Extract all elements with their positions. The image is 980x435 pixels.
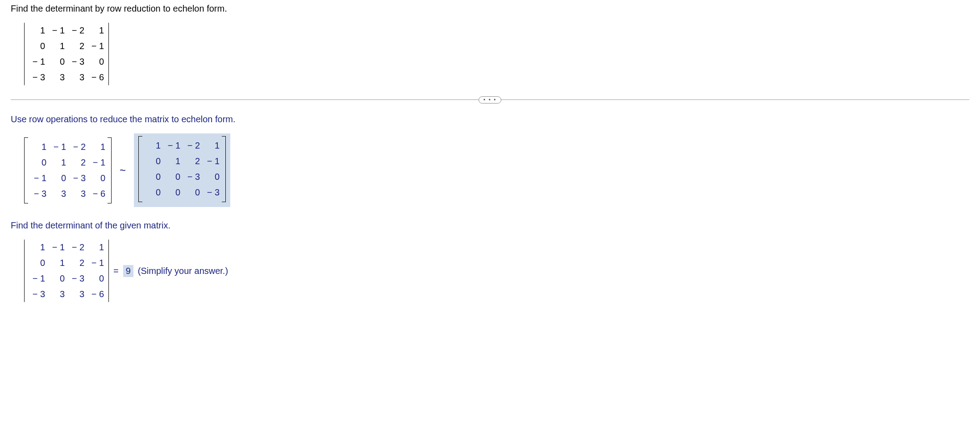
- matrix-cell: − 2: [68, 139, 87, 155]
- matrix-cell: − 3: [25, 70, 47, 85]
- matrix-cell: 3: [47, 286, 66, 302]
- matrix-cell: − 1: [87, 155, 107, 170]
- matrix-cell: 2: [66, 38, 86, 54]
- matrix-cell: 1: [162, 153, 182, 169]
- step1-answer-matrix[interactable]: 1 − 1 − 2 1 0 1 2 − 1 0: [134, 133, 230, 207]
- step1-matrix-left: 1 − 1 − 2 1 0 1 2 − 1 − 1 0 − 3: [24, 137, 112, 203]
- step2-determinant: 1 − 1 − 2 1 0 1 2 − 1 − 1 0 − 3: [24, 240, 109, 302]
- matrix-cell: − 3: [182, 169, 202, 185]
- matrix-cell: − 1: [48, 139, 68, 155]
- matrix-cell: 0: [143, 153, 162, 169]
- matrix-cell: − 3: [66, 54, 86, 70]
- matrix-cell: − 6: [87, 186, 107, 202]
- matrix-cell: − 3: [66, 271, 86, 286]
- step2-prompt: Find the determinant of the given matrix…: [11, 220, 969, 231]
- matrix-cell: − 3: [25, 286, 47, 302]
- matrix-cell: 3: [68, 186, 87, 202]
- matrix-cell: 0: [47, 54, 66, 70]
- matrix-cell: 0: [143, 185, 162, 200]
- matrix-cell: 2: [182, 153, 202, 169]
- matrix-cell: 1: [47, 38, 66, 54]
- matrix-cell: 0: [202, 169, 221, 185]
- matrix-cell: 2: [66, 255, 86, 271]
- equals-sign: =: [113, 266, 119, 276]
- matrix-cell: 1: [86, 240, 109, 255]
- matrix-cell: − 6: [86, 286, 109, 302]
- matrix-cell: 1: [86, 23, 109, 38]
- matrix-cell: 1: [47, 255, 66, 271]
- matrix-cell: − 1: [162, 138, 182, 153]
- matrix-cell: 3: [47, 70, 66, 85]
- matrix-cell: − 3: [202, 185, 221, 200]
- determinant-answer[interactable]: 9: [123, 265, 133, 277]
- matrix-cell: 0: [25, 255, 47, 271]
- matrix-cell: 0: [25, 38, 47, 54]
- matrix-cell: − 2: [66, 240, 86, 255]
- question-prompt: Find the determinant by row reduction to…: [11, 4, 969, 14]
- matrix-cell: 3: [66, 286, 86, 302]
- matrix-cell: 0: [182, 185, 202, 200]
- matrix-cell: 3: [48, 186, 68, 202]
- matrix-cell: − 1: [202, 153, 221, 169]
- matrix-cell: 0: [29, 155, 48, 170]
- matrix-cell: 1: [202, 138, 221, 153]
- matrix-cell: 0: [143, 169, 162, 185]
- matrix-cell: 0: [86, 54, 109, 70]
- question-determinant: 1 − 1 − 2 1 0 1 2 − 1 − 1 0 − 3 0 − 3 3 …: [24, 23, 109, 85]
- matrix-cell: 1: [143, 138, 162, 153]
- matrix-cell: − 1: [25, 54, 47, 70]
- matrix-cell: 1: [25, 240, 47, 255]
- matrix-cell: 0: [87, 170, 107, 186]
- matrix-cell: 3: [66, 70, 86, 85]
- matrix-cell: 1: [87, 139, 107, 155]
- matrix-cell: − 3: [68, 170, 87, 186]
- matrix-cell: − 1: [86, 38, 109, 54]
- matrix-cell: − 6: [86, 70, 109, 85]
- tilde-symbol: ~: [118, 164, 128, 177]
- matrix-cell: 2: [68, 155, 87, 170]
- matrix-cell: 1: [48, 155, 68, 170]
- matrix-cell: − 2: [66, 23, 86, 38]
- step1-prompt: Use row operations to reduce the matrix …: [11, 114, 969, 124]
- matrix-cell: 0: [47, 271, 66, 286]
- matrix-cell: 0: [86, 271, 109, 286]
- matrix-cell: − 1: [47, 240, 66, 255]
- matrix-cell: 1: [29, 139, 48, 155]
- matrix-cell: − 1: [86, 255, 109, 271]
- matrix-cell: 0: [48, 170, 68, 186]
- matrix-cell: 0: [162, 185, 182, 200]
- matrix-cell: − 1: [25, 271, 47, 286]
- matrix-cell: − 1: [47, 23, 66, 38]
- matrix-cell: 0: [162, 169, 182, 185]
- matrix-cell: − 2: [182, 138, 202, 153]
- answer-hint: (Simplify your answer.): [138, 266, 228, 276]
- matrix-cell: − 3: [29, 186, 48, 202]
- expand-button[interactable]: • • •: [478, 96, 501, 104]
- matrix-cell: 1: [25, 23, 47, 38]
- matrix-cell: − 1: [29, 170, 48, 186]
